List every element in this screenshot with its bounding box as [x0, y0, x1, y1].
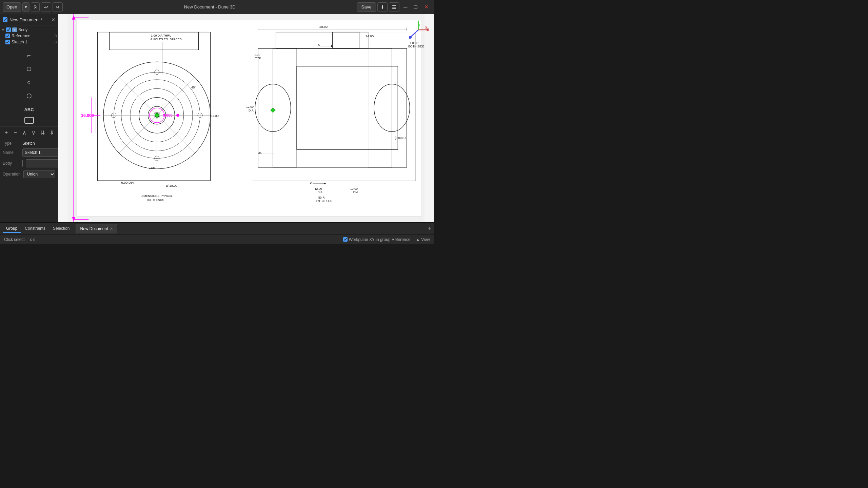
svg-text:.35: .35 [257, 151, 261, 155]
tool-hex-button[interactable]: ⬡ [23, 90, 35, 102]
svg-text:9.000: 9.000 [163, 113, 173, 117]
body-icon: B [12, 27, 17, 32]
svg-text:X: X [425, 26, 428, 30]
add-button[interactable]: + [3, 128, 10, 137]
main-area: New Document * ✕ ▼ B Body Reference 0 Sk… [0, 14, 434, 222]
svg-text:14.00: 14.00 [366, 34, 374, 38]
svg-line-83 [411, 30, 418, 37]
tab-constraints[interactable]: Constraints [21, 225, 49, 233]
maximize-button[interactable]: □ [411, 2, 420, 12]
center-area: 36.000 9.000 45° 21.00 9.00 9.00 DIA Ø 1… [58, 14, 434, 222]
doc-tab-label: New Document [80, 226, 108, 231]
titlebar: Open ▾ ⎘ ↩ ↪ New Document - Dune 3D Save… [0, 0, 434, 14]
tab-group[interactable]: Group [3, 225, 21, 233]
bottom-tabs-bar: Group Constraints Selection New Document… [0, 222, 434, 235]
move-up-button[interactable]: ∧ [21, 128, 28, 137]
type-label: Type [3, 141, 20, 146]
name-row: Name [3, 148, 55, 157]
tree-item-body[interactable]: ▼ B Body [0, 27, 58, 33]
svg-text:DIA: DIA [318, 190, 323, 194]
tree-item-reference[interactable]: Reference 0 [0, 33, 58, 39]
undo-button[interactable]: ↩ [41, 2, 51, 12]
shortcut-label: c d [30, 237, 36, 242]
svg-text:TYP 3 PLCS: TYP 3 PLCS [315, 199, 332, 203]
svg-text:A: A [318, 43, 320, 47]
workplane-checkbox-group: Workplane XY in group Reference [343, 237, 411, 242]
svg-text:.50 R: .50 R [318, 196, 325, 199]
body-color-swatch1[interactable] [22, 160, 23, 167]
panel-close-button[interactable]: ✕ [51, 17, 55, 22]
reference-label: Reference [12, 34, 51, 38]
svg-text:BOTH ENDS: BOTH ENDS [147, 198, 164, 202]
window-close-button[interactable]: ✕ [421, 2, 431, 12]
redo-button[interactable]: ↪ [53, 2, 63, 12]
svg-point-26 [176, 114, 179, 117]
svg-text:12.00: 12.00 [315, 187, 322, 190]
workplane-checkbox[interactable] [343, 237, 348, 242]
svg-text:1.00 DIA THRU: 1.00 DIA THRU [151, 34, 171, 37]
svg-text:(9.00) D: (9.00) D [395, 136, 406, 140]
properties-area: Type Sketch Name Body Operation Union [0, 138, 58, 222]
remove-button[interactable]: − [12, 128, 19, 137]
panel-header: New Document * ✕ [0, 14, 58, 25]
svg-text:9.00: 9.00 [149, 166, 155, 169]
svg-point-24 [155, 113, 159, 117]
menu-button[interactable]: ☰ [389, 2, 399, 12]
tree-item-sketch1[interactable]: Sketch 1 8 [0, 39, 58, 45]
svg-text:36.000: 36.000 [81, 113, 94, 118]
tool-path-button[interactable]: ⌐ [23, 49, 35, 61]
open-button[interactable]: Open [3, 2, 21, 12]
svg-text:TYP: TYP [255, 57, 261, 60]
viewport[interactable]: 36.000 9.000 45° 21.00 9.00 9.00 DIA Ø 1… [58, 14, 434, 222]
svg-text:A: A [310, 181, 313, 184]
tool-rect-button[interactable]: □ [23, 63, 35, 75]
svg-text:45°: 45° [191, 85, 196, 89]
order-toolbar: + − ∧ ∨ ⇊ ⇓ [0, 127, 58, 138]
save-button[interactable]: Save [357, 2, 376, 12]
workplane-label: Workplane XY in group Reference [349, 237, 411, 242]
tool-text-button[interactable]: ABC [23, 103, 35, 116]
download-button[interactable]: ⬇ [377, 2, 388, 12]
move-down-button[interactable]: ∨ [30, 128, 37, 137]
body-label: Body [18, 27, 57, 32]
panel-checkbox[interactable] [3, 17, 7, 22]
move-bottom-button[interactable]: ⇊ [39, 128, 46, 137]
svg-text:Z: Z [409, 36, 411, 40]
minimize-button[interactable]: ─ [401, 2, 410, 12]
svg-text:BOTH SIDE: BOTH SIDE [408, 45, 424, 48]
svg-text:1.00 R: 1.00 R [410, 41, 418, 45]
body-name-input[interactable] [26, 159, 58, 167]
reference-checkbox[interactable] [5, 34, 10, 38]
doc-tab-close[interactable]: ✕ [110, 227, 113, 231]
sketch1-label: Sketch 1 [12, 40, 51, 44]
titlebar-right: Save ⬇ ☰ ─ □ ✕ [357, 2, 431, 12]
tools-area: ⌐ □ ○ ⬡ ABC [0, 46, 58, 127]
doc-tab[interactable]: New Document ✕ [76, 224, 117, 233]
name-label: Name [3, 150, 20, 155]
type-value: Sketch [22, 141, 35, 146]
sketch1-checkbox[interactable] [5, 40, 10, 44]
svg-text:4 HOLES EQ. SPACED: 4 HOLES EQ. SPACED [151, 38, 182, 41]
axis-indicator: Y Z X [408, 20, 429, 40]
body-row: Body [3, 159, 55, 167]
body-expand-arrow: ▼ [1, 28, 5, 32]
view-arrow: ▲ [416, 237, 420, 242]
svg-text:12.00: 12.00 [246, 105, 254, 108]
move-top-button[interactable]: ⇓ [48, 128, 55, 137]
titlebar-title: New Document - Dune 3D [63, 4, 357, 9]
tool-circle-button[interactable]: ○ [23, 76, 35, 88]
add-tab-button[interactable]: + [428, 225, 431, 232]
body-checkbox[interactable] [6, 27, 11, 32]
operation-label: Operation [3, 172, 21, 177]
name-input[interactable] [22, 148, 58, 157]
tab-selection[interactable]: Selection [50, 225, 73, 233]
operation-row: Operation Union [3, 170, 55, 178]
svg-text:Ø 18.00: Ø 18.00 [166, 184, 177, 187]
operation-select[interactable]: Union [23, 170, 55, 178]
view-group[interactable]: ▲ View [416, 237, 430, 242]
reference-count: 0 [53, 34, 57, 38]
svg-text:DIMENSIONS TYPICAL: DIMENSIONS TYPICAL [141, 194, 173, 198]
open-dropdown-button[interactable]: ▾ [22, 2, 29, 12]
new-doc-button[interactable]: ⎘ [31, 2, 40, 12]
tool-rect2-button[interactable] [24, 117, 34, 124]
